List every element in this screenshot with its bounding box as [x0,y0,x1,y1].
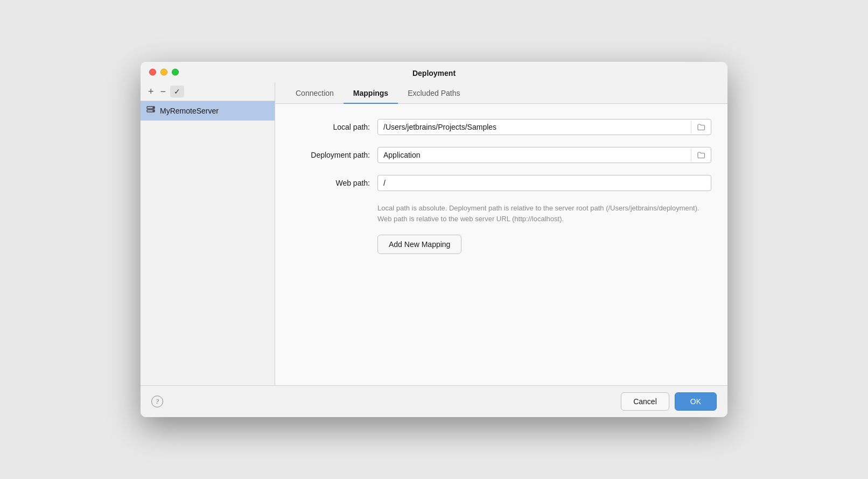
help-button[interactable]: ? [151,396,163,407]
local-path-input-wrapper [377,119,711,135]
deployment-path-label: Deployment path: [291,151,377,159]
title-bar: Deployment [141,62,727,82]
local-path-label: Local path: [291,123,377,131]
footer-buttons: Cancel OK [621,392,717,411]
svg-point-3 [153,110,154,111]
deployment-dialog: Deployment + − ✓ [141,62,727,417]
server-name: MyRemoteServer [160,107,219,115]
server-icon [146,105,156,117]
mappings-tab-content: Local path: Deployment path: [275,104,727,385]
dialog-body: + − ✓ MyRemoteServer [141,82,727,385]
sidebar-toolbar: + − ✓ [141,82,275,101]
server-item[interactable]: MyRemoteServer [141,101,275,121]
add-server-button[interactable]: + [146,86,156,97]
minimize-button[interactable] [160,69,167,76]
deployment-path-row: Deployment path: [291,147,711,163]
hint-line1: Local path is absolute. Deployment path … [377,203,711,214]
deployment-path-browse-button[interactable] [691,149,711,161]
svg-point-2 [153,107,154,108]
window-controls [149,69,179,76]
add-new-mapping-button[interactable]: Add New Mapping [377,235,461,254]
close-button[interactable] [149,69,156,76]
web-path-label: Web path: [291,179,377,187]
cancel-button[interactable]: Cancel [621,392,669,411]
local-path-row: Local path: [291,119,711,135]
tab-connection[interactable]: Connection [286,82,344,104]
web-path-input[interactable] [378,175,711,191]
maximize-button[interactable] [172,69,179,76]
deployment-path-input[interactable] [378,147,691,163]
main-content: Connection Mappings Excluded Paths Local… [275,82,727,385]
tabs-bar: Connection Mappings Excluded Paths [275,82,727,104]
folder-icon [697,151,705,159]
web-path-input-wrapper [377,175,711,191]
hint-line2: Web path is relative to the web server U… [377,214,711,224]
sidebar: + − ✓ MyRemoteServer [141,82,275,385]
deployment-path-input-wrapper [377,147,711,163]
tab-excluded-paths[interactable]: Excluded Paths [398,82,470,104]
tab-mappings[interactable]: Mappings [344,82,398,104]
folder-icon [697,123,705,131]
remove-server-button[interactable]: − [158,86,169,97]
ok-button[interactable]: OK [675,392,717,411]
local-path-input[interactable] [378,119,691,135]
apply-button[interactable]: ✓ [170,86,184,97]
web-path-row: Web path: [291,175,711,191]
dialog-title: Deployment [412,69,456,78]
dialog-footer: ? Cancel OK [141,385,727,417]
hint-text: Local path is absolute. Deployment path … [291,203,711,224]
local-path-browse-button[interactable] [691,121,711,133]
